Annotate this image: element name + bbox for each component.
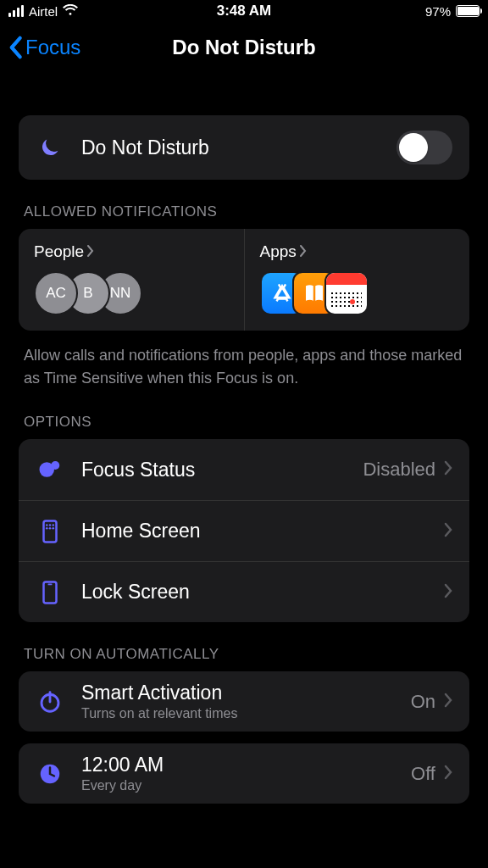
app-icons [260,271,455,315]
dnd-toggle[interactable] [396,131,452,164]
home-screen-row[interactable]: Home Screen [19,500,469,561]
schedule-card: 12:00 AM Every day Off [19,743,469,804]
schedule-subtitle: Every day [81,778,411,793]
focus-status-row[interactable]: Focus Status Disabled [19,439,469,500]
svg-point-8 [53,527,55,530]
schedule-label: 12:00 AM [81,754,411,776]
carrier-label: Airtel [29,4,58,19]
chevron-right-icon [87,242,94,261]
chevron-right-icon [444,765,452,783]
smart-activation-value: On [411,691,435,713]
lock-screen-icon [36,580,64,605]
allowed-card: People AC B NN Apps [19,229,469,331]
calendar-icon [324,271,369,315]
signal-icon [8,5,24,17]
apps-label: Apps [260,242,297,261]
svg-point-4 [49,524,52,526]
automatic-section-header: TURN ON AUTOMATICALLY [24,646,469,663]
focus-status-icon [36,457,64,482]
focus-status-label: Focus Status [81,459,363,481]
svg-point-6 [46,527,48,530]
chevron-right-icon [444,522,452,541]
dnd-label: Do Not Disturb [81,136,396,159]
back-label: Focus [25,36,80,59]
options-section-header: OPTIONS [24,414,469,431]
allowed-section-header: ALLOWED NOTIFICATIONS [24,203,469,220]
home-screen-label: Home Screen [81,520,444,542]
allowed-people[interactable]: People AC B NN [19,229,244,331]
schedule-value: Off [411,763,435,785]
power-icon [36,689,64,715]
schedule-row[interactable]: 12:00 AM Every day Off [19,743,469,804]
svg-point-5 [53,524,55,526]
allowed-footnote: Allow calls and notifications from peopl… [24,344,464,390]
svg-point-1 [51,461,59,470]
lock-screen-label: Lock Screen [81,581,444,604]
chevron-right-icon [444,460,452,479]
svg-point-7 [49,527,52,530]
dnd-card: Do Not Disturb [19,115,469,180]
battery-pct: 97% [425,4,451,19]
lock-screen-row[interactable]: Lock Screen [19,561,469,622]
people-avatars: AC B NN [34,271,229,315]
people-label: People [34,242,84,261]
svg-rect-10 [48,583,53,585]
back-button[interactable]: Focus [0,36,80,59]
clock-icon [36,761,64,787]
allowed-apps[interactable]: Apps [244,229,470,331]
nav-header: Focus Do Not Disturb [0,22,488,73]
dnd-row[interactable]: Do Not Disturb [19,115,469,180]
chevron-right-icon [300,242,307,261]
svg-point-3 [46,524,48,526]
moon-icon [36,136,64,159]
page-title: Do Not Disturb [172,36,315,59]
status-bar: Airtel 3:48 AM 97% [0,0,488,22]
clock: 3:48 AM [217,3,272,19]
smart-activation-subtitle: Turns on at relevant times [81,706,411,721]
focus-status-value: Disabled [363,459,435,481]
chevron-right-icon [444,693,452,711]
battery-icon [456,5,480,17]
automatic-card: Smart Activation Turns on at relevant ti… [19,671,469,732]
chevron-right-icon [444,583,452,602]
wifi-icon [63,4,78,19]
smart-activation-label: Smart Activation [81,682,411,704]
options-card: Focus Status Disabled Home Screen Lock S… [19,439,469,622]
smart-activation-row[interactable]: Smart Activation Turns on at relevant ti… [19,671,469,732]
home-screen-icon [36,519,64,544]
avatar: AC [34,271,78,315]
